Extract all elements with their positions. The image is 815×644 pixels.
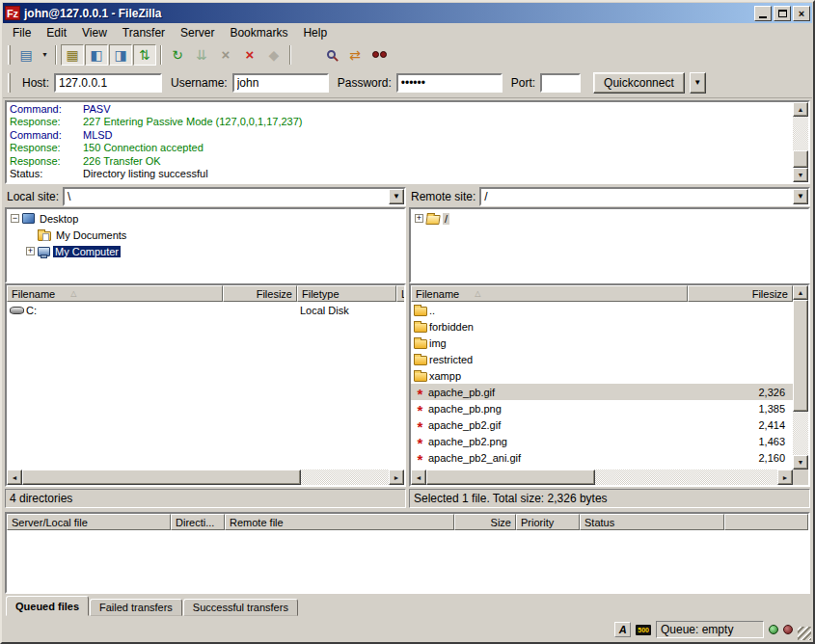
local-horizontal-scrollbar[interactable]: ◄ ► — [7, 470, 404, 485]
tree-item[interactable]: +/ — [411, 210, 808, 227]
connection-secure-led-icon — [769, 625, 778, 634]
menu-item-view[interactable]: View — [74, 24, 115, 41]
desktop-icon — [22, 213, 35, 224]
local-site-dropdown-button[interactable]: ▼ — [389, 189, 404, 204]
remote-file-row[interactable]: *apache_pb.png1,385 — [411, 400, 793, 416]
toolbar-button-toggle-message-log[interactable]: ▦ — [61, 44, 84, 66]
speed-limits-icon[interactable]: 500 — [636, 625, 651, 635]
remote-site-combobox[interactable]: / ▼ — [479, 187, 810, 206]
remote-file-row[interactable]: *apache_pb2_ani.gif2,160 — [411, 449, 793, 466]
image-file-icon: * — [414, 422, 426, 432]
local-file-row[interactable]: C:Local Disk — [7, 302, 404, 318]
close-button[interactable]: × — [793, 6, 810, 21]
remote-file-row[interactable]: forbidden — [411, 318, 793, 335]
remote-horizontal-scrollbar[interactable]: ◄ ► — [411, 470, 793, 485]
log-line: Response:150 Connection accepted — [10, 142, 790, 154]
column-header-directi-[interactable]: Directi... — [171, 514, 225, 530]
column-header-filename[interactable]: Filename△ — [7, 285, 223, 302]
remote-vscroll-thumb[interactable] — [793, 300, 808, 412]
toolbar-button-toggle-queue[interactable]: ⇅ — [133, 44, 156, 66]
local-hscroll-thumb[interactable] — [22, 470, 301, 485]
toolbar-button-cancel-operation[interactable]: × — [214, 44, 237, 66]
minimize-button[interactable] — [754, 6, 772, 21]
column-header-priority[interactable]: Priority — [516, 514, 580, 530]
toolbar-button-filter[interactable] — [295, 44, 318, 66]
menu-item-help[interactable]: Help — [295, 24, 335, 41]
quickconnect-button[interactable]: Quickconnect — [593, 72, 685, 94]
column-header-remote-file[interactable]: Remote file — [225, 514, 454, 530]
toolbar-button-toggle-local-tree[interactable]: ◧ — [85, 44, 108, 66]
scroll-down-icon[interactable]: ▼ — [793, 455, 808, 470]
menu-item-bookmarks[interactable]: Bookmarks — [222, 24, 295, 41]
tab-failed-transfers[interactable]: Failed transfers — [90, 599, 182, 616]
toolbar-button-site-manager-dropdown-arrow[interactable]: ▼ — [39, 44, 51, 66]
tree-item[interactable]: +My Computer — [7, 243, 404, 259]
scroll-left-icon[interactable]: ◄ — [7, 470, 22, 485]
tree-item[interactable]: My Documents — [7, 227, 404, 243]
site-manager-icon: ▤ — [19, 48, 32, 62]
toolbar-button-synchronized-browsing[interactable] — [367, 44, 391, 66]
toolbar-button-disconnect[interactable]: × — [238, 44, 261, 66]
scroll-down-icon[interactable]: ▼ — [793, 168, 808, 182]
column-header-filesize[interactable]: Filesize — [223, 285, 297, 302]
remote-file-row[interactable]: .. — [411, 302, 793, 318]
remote-site-value: / — [481, 190, 793, 203]
scroll-right-icon[interactable]: ► — [389, 470, 404, 485]
column-header-status[interactable]: Status — [580, 514, 724, 530]
tab-queued-files[interactable]: Queued files — [6, 596, 89, 616]
toolbar-button-refresh[interactable]: ↻ — [166, 44, 189, 66]
toolbar-button-site-manager[interactable]: ▤ — [14, 44, 38, 66]
expand-icon[interactable]: + — [26, 247, 35, 255]
column-header-size[interactable]: Size — [454, 514, 516, 530]
toolbar-button-abort[interactable]: ◆ — [262, 44, 285, 66]
transfer-queue: Server/Local fileDirecti...Remote fileSi… — [5, 512, 810, 594]
menu-item-edit[interactable]: Edit — [39, 24, 74, 41]
remote-file-row[interactable]: img — [411, 335, 793, 351]
resize-grip[interactable] — [798, 627, 811, 640]
remote-file-size-cell: 1,463 — [688, 436, 793, 447]
remote-file-row[interactable]: restricted — [411, 351, 793, 367]
remote-file-row[interactable]: *apache_pb2.png1,463 — [411, 433, 793, 449]
collapse-icon[interactable]: − — [11, 214, 19, 223]
remote-file-row[interactable]: *apache_pb.gif2,326 — [411, 384, 793, 400]
maximize-button[interactable] — [774, 6, 791, 21]
log-line-label: Response: — [10, 116, 83, 128]
toolbar-button-compare-directories[interactable]: ⇄ — [343, 44, 367, 66]
menu-item-file[interactable]: File — [5, 24, 39, 41]
port-input[interactable] — [540, 73, 581, 93]
local-site-combobox[interactable]: \ ▼ — [63, 187, 406, 206]
quickconnect-dropdown-button[interactable]: ▼ — [690, 72, 706, 94]
remote-site-dropdown-button[interactable]: ▼ — [793, 189, 808, 204]
column-header-filesize[interactable]: Filesize — [688, 285, 793, 302]
scroll-left-icon[interactable]: ◄ — [411, 470, 426, 485]
log-scrollbar[interactable]: ▲ ▼ — [793, 102, 808, 182]
password-input[interactable] — [396, 73, 503, 93]
data-type-indicator-icon[interactable]: A — [614, 622, 631, 637]
column-header-l[interactable]: L — [396, 285, 404, 302]
column-header-filetype[interactable]: Filetype — [297, 285, 396, 302]
title-bar[interactable]: Fz john@127.0.0.1 - FileZilla × — [3, 3, 812, 23]
remote-file-row[interactable]: xampp — [411, 367, 793, 384]
queue-header: Server/Local fileDirecti...Remote fileSi… — [7, 514, 808, 530]
log-line-text: Directory listing successful — [83, 168, 208, 179]
remote-hscroll-thumb[interactable] — [426, 470, 595, 485]
menu-item-server[interactable]: Server — [173, 24, 222, 41]
tree-item[interactable]: −Desktop — [7, 210, 404, 227]
scroll-up-icon[interactable]: ▲ — [793, 102, 808, 117]
tab-successful-transfers[interactable]: Successful transfers — [183, 599, 298, 616]
column-header-server-local-file[interactable]: Server/Local file — [7, 514, 171, 530]
remote-vertical-scrollbar[interactable]: ▲ ▼ — [793, 285, 808, 470]
scroll-right-icon[interactable]: ► — [777, 470, 793, 485]
menu-item-transfer[interactable]: Transfer — [115, 24, 173, 41]
log-scrollbar-thumb[interactable] — [793, 150, 808, 168]
remote-file-row[interactable]: *apache_pb2.gif2,414 — [411, 416, 793, 433]
scroll-up-icon[interactable]: ▲ — [793, 285, 808, 300]
toolbar-button-toggle-remote-tree[interactable]: ◨ — [109, 44, 132, 66]
toolbar-button-process-queue[interactable]: ⇊ — [190, 44, 213, 66]
username-input[interactable] — [232, 73, 329, 93]
app-icon[interactable]: Fz — [5, 6, 20, 20]
expand-icon[interactable]: + — [415, 214, 423, 223]
toolbar-button-search[interactable] — [319, 44, 342, 66]
column-header-filename[interactable]: Filename△ — [411, 285, 688, 302]
host-input[interactable] — [54, 73, 162, 93]
